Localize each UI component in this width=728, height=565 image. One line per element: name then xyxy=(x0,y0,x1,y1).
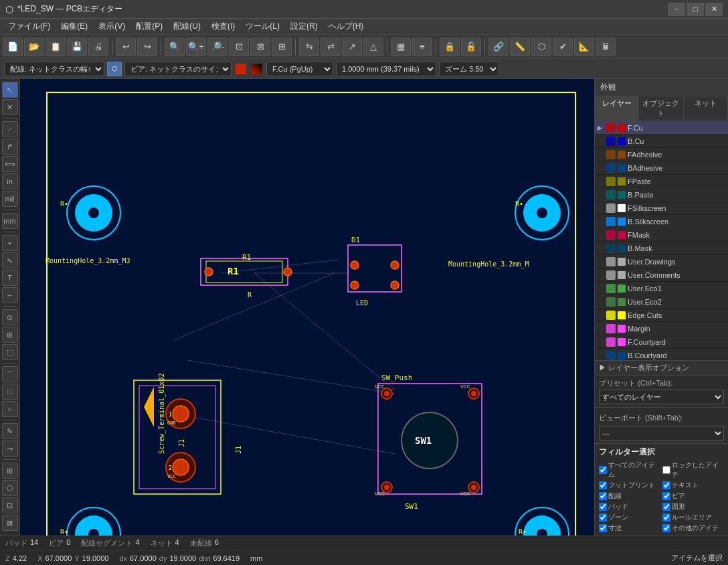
unlock-button[interactable]: 🔓 xyxy=(461,37,481,56)
layer-options-button[interactable]: ▶ レイヤー表示オプション xyxy=(595,360,728,375)
menu-file[interactable]: ファイル(F) xyxy=(3,19,56,33)
save-button[interactable]: 💾 xyxy=(67,37,87,56)
layer-row[interactable]: B.Paste xyxy=(595,188,728,201)
board-setup-tool[interactable]: ⬡ xyxy=(2,480,18,496)
layer-visibility-icon[interactable] xyxy=(606,270,616,280)
filter-checkbox[interactable] xyxy=(662,481,670,489)
tab-objects[interactable]: オブジェクト xyxy=(639,96,683,120)
extra-tool[interactable]: ⊠ xyxy=(2,515,18,531)
lock-button[interactable]: 🔒 xyxy=(440,37,460,56)
mil-tool[interactable]: mil xyxy=(2,191,18,207)
layer-visibility-icon[interactable] xyxy=(606,204,616,213)
layer-row[interactable]: FSilkscreen xyxy=(595,201,728,215)
grid-display-tool[interactable]: ⊞ xyxy=(2,463,18,479)
menu-edit[interactable]: 編集(E) xyxy=(56,19,93,33)
layer-row[interactable]: ▶ F.Cu xyxy=(595,121,728,135)
menu-settings[interactable]: 設定(R) xyxy=(285,19,323,33)
layer-visibility-icon[interactable] xyxy=(606,284,616,293)
tab-nets[interactable]: ネット xyxy=(684,96,728,120)
layer-visibility-icon[interactable] xyxy=(606,244,616,253)
3d-button[interactable]: ⬡ xyxy=(531,37,551,56)
route-tool[interactable]: ⟋ xyxy=(2,121,18,137)
tool3-button[interactable]: ↗ xyxy=(342,37,362,56)
filter-checkbox[interactable] xyxy=(662,503,670,511)
layer-row[interactable]: B.Cu xyxy=(595,135,728,148)
menu-help[interactable]: ヘルプ(H) xyxy=(323,19,369,33)
zoom-fit-button[interactable]: ⊡ xyxy=(229,37,249,56)
filter-checkbox[interactable] xyxy=(662,513,670,521)
layer-visibility-icon[interactable] xyxy=(606,123,616,133)
schematic-button[interactable]: 📐 xyxy=(574,37,594,56)
menu-view[interactable]: 表示(V) xyxy=(93,19,130,33)
close-button[interactable]: ✕ xyxy=(705,3,723,16)
filter-checkbox[interactable] xyxy=(599,503,607,511)
layer-row[interactable]: B.Mask xyxy=(595,242,728,255)
preset-select[interactable]: すべてのレイヤー xyxy=(599,390,724,404)
layer-visibility-icon[interactable] xyxy=(606,190,616,199)
layer-visibility-icon[interactable] xyxy=(606,297,616,307)
filter-checkbox[interactable] xyxy=(662,466,670,474)
route2-tool[interactable]: ↱ xyxy=(2,139,18,155)
tool4-button[interactable]: △ xyxy=(363,37,383,56)
layer-visibility-icon[interactable] xyxy=(606,163,616,173)
menu-inspect[interactable]: 検査(I) xyxy=(206,19,240,33)
x-tool[interactable]: ✕ xyxy=(2,99,18,115)
tool6-button[interactable]: ≡ xyxy=(412,37,432,56)
layer-select[interactable]: F.Cu (PgUp) xyxy=(266,62,333,76)
circ-tool[interactable]: ○ xyxy=(2,401,18,417)
filter-checkbox[interactable] xyxy=(599,524,607,532)
layer-visibility-icon[interactable] xyxy=(606,150,616,159)
custom-tool[interactable]: ✎ xyxy=(2,423,18,439)
calculator-button[interactable]: 🖩 xyxy=(596,37,616,56)
viewport-select[interactable]: --- xyxy=(599,426,724,440)
tool2-button[interactable]: ⇄ xyxy=(321,37,341,56)
zoom-out-button[interactable]: 🔎- xyxy=(207,37,227,56)
measure-tool[interactable]: ⊸ xyxy=(2,440,18,457)
layer-visibility-icon[interactable] xyxy=(606,324,616,333)
routing-width-select[interactable]: 配線: ネットクラスの幅を使用 xyxy=(4,62,104,76)
line-tool[interactable]: ∿ xyxy=(2,252,18,268)
layer-visibility-icon[interactable] xyxy=(606,311,616,320)
filter-checkbox[interactable] xyxy=(599,466,607,474)
layer-row[interactable]: Edge.Cuts xyxy=(595,309,728,322)
layer-row[interactable]: User.Eco1 xyxy=(595,282,728,295)
zoom-actual-button[interactable]: ⊞ xyxy=(272,37,292,56)
grid-size-select[interactable]: 1.0000 mm (39.37 mils) xyxy=(336,62,436,76)
maximize-button[interactable]: □ xyxy=(687,3,704,16)
zoom-select-button[interactable]: ⊠ xyxy=(250,37,270,56)
menu-tools[interactable]: ツール(L) xyxy=(240,19,285,33)
layer-row[interactable]: FAdhesive xyxy=(595,148,728,161)
mm-tool[interactable]: mm xyxy=(2,213,18,229)
undo-button[interactable]: ↩ xyxy=(116,37,136,56)
zoom-in-button[interactable]: 🔍+ xyxy=(186,37,206,56)
filter-checkbox[interactable] xyxy=(599,513,607,521)
layer-row[interactable]: User.Comments xyxy=(595,268,728,282)
print-button[interactable]: 🖨 xyxy=(88,37,108,56)
layer-row[interactable]: B.Silkscreen xyxy=(595,215,728,228)
zoom-select[interactable]: ズーム 3.50 xyxy=(439,62,499,76)
img-tool[interactable]: ⬚ xyxy=(2,344,18,360)
snap-tool[interactable]: ⊡ xyxy=(2,497,18,513)
layer-row[interactable]: FPaste xyxy=(595,175,728,188)
netlist-button[interactable]: 🔗 xyxy=(488,37,509,56)
menu-place[interactable]: 配置(P) xyxy=(130,19,168,33)
tool5-button[interactable]: ▦ xyxy=(391,37,411,56)
layer-row[interactable]: FMask xyxy=(595,228,728,242)
open-button[interactable]: 📂 xyxy=(24,37,44,56)
save-copy-button[interactable]: 📋 xyxy=(46,37,66,56)
drc-button[interactable]: ✔ xyxy=(553,37,573,56)
tab-layers[interactable]: レイヤー xyxy=(595,96,639,120)
arc-tool[interactable]: ⌒ xyxy=(2,366,18,382)
redo-button[interactable]: ↪ xyxy=(137,37,157,56)
layer-visibility-icon[interactable] xyxy=(606,351,616,360)
filter-checkbox[interactable] xyxy=(662,524,670,532)
tool1-button[interactable]: ⇆ xyxy=(299,37,319,56)
via-size-select[interactable]: ビア: ネットクラスのサイズを使用 xyxy=(124,62,232,76)
filter-checkbox[interactable] xyxy=(599,481,607,489)
layer-row[interactable]: B.Courtyard xyxy=(595,349,728,360)
menu-route[interactable]: 配線(U) xyxy=(168,19,206,33)
text-tool[interactable]: T xyxy=(2,270,18,286)
fp-tool[interactable]: ⊞ xyxy=(2,327,18,343)
filter-checkbox[interactable] xyxy=(662,492,670,500)
pcb-canvas-area[interactable]: MountingHole_3.2mm_M3 R• MountingHole_3.… xyxy=(20,79,594,536)
